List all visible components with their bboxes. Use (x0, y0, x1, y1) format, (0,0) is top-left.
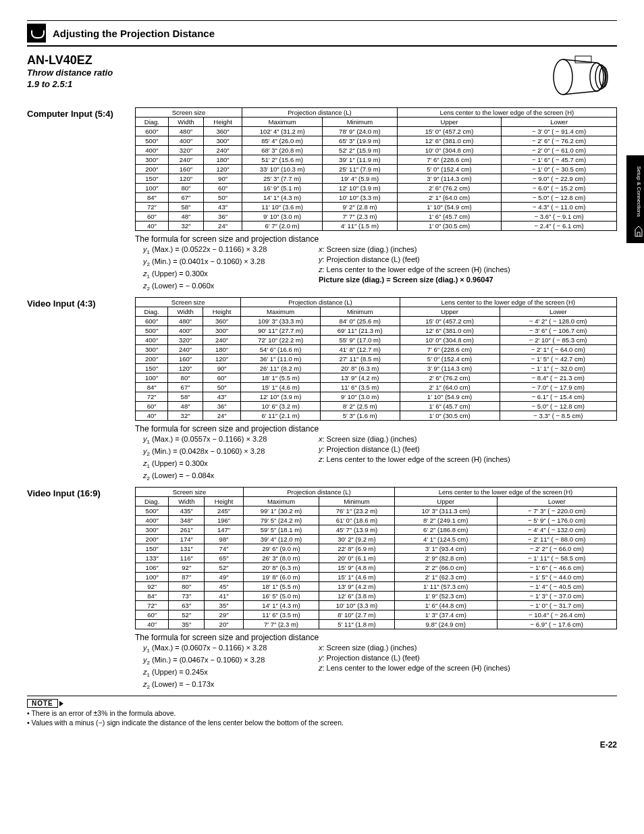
table-cell: 19′ 8″ (6.0 m) (243, 573, 319, 582)
table-cell: 200″ (136, 535, 169, 544)
table-cell: 2′ 1″ (64.0 cm) (397, 193, 501, 203)
th-height: Height (203, 307, 240, 317)
table-cell: 84′ 0″ (25.6 m) (320, 317, 400, 326)
th-proj-dist: Projection distance (L) (241, 298, 400, 307)
table-cell: 133″ (136, 554, 169, 563)
table-cell: 43″ (203, 392, 240, 402)
table-cell: − 5′ 9″ ( − 176.0 cm) (497, 516, 616, 525)
table-cell: 14′ 1″ (4.3 m) (243, 601, 319, 610)
table-cell: 87″ (169, 573, 205, 582)
formula-z1: z1 (Upper) = 0.245x (143, 667, 319, 679)
table-cell: 150″ (136, 544, 169, 554)
formula-y1: y1 (Max.) = (0.0522x − 0.1166) × 3.28 (143, 244, 319, 257)
table-row: 400″348″196″79′ 5″ (24.2 m)61′ 0″ (18.6 … (136, 516, 617, 525)
table-cell: 25′ 3″ (7.7 m) (242, 174, 323, 184)
table-cell: 8′ 2″ (2.5 m) (320, 402, 400, 411)
table-cell: 4′ 11″ (1.5 m) (323, 221, 398, 231)
table-cell: 40″ (136, 221, 169, 231)
table-row: 72″63″35″14′ 1″ (4.3 m)10′ 10″ (3.3 m)1′… (136, 601, 617, 610)
th-diag: Diag. (136, 307, 168, 317)
side-tab-icon (633, 224, 644, 238)
table-cell: 29″ (205, 610, 244, 620)
lens-illustration (543, 53, 617, 101)
table-cell: 49″ (205, 573, 244, 582)
table-cell: 18′ 1″ (5.5 m) (243, 582, 319, 592)
table-cell: 2′ 6″ (76.2 cm) (397, 184, 501, 193)
table-cell: − 6.1″ ( − 15.4 cm) (500, 392, 616, 402)
table-cell: − 4.3″ ( − 11.0 cm) (502, 203, 617, 212)
table-cell: 54′ 6″ (16.6 m) (241, 345, 321, 355)
table-cell: 20′ 8″ (6.3 m) (320, 364, 400, 373)
table-cell: 200″ (136, 165, 169, 174)
table-cell: 65″ (205, 554, 244, 563)
formula-y1: y1 (Max.) = (0.0607x − 0.1166) × 3.28 (143, 643, 319, 655)
table-cell: − 1′ 6″ ( − 45.7 cm) (502, 155, 617, 165)
table-cell: 150″ (136, 174, 169, 184)
table-cell: 58″ (168, 203, 203, 212)
table-cell: 147″ (205, 525, 244, 535)
table-cell: 90″ (203, 364, 240, 373)
table-cell: 435″ (169, 506, 205, 516)
table-cell: 12′ 6″ (3.8 m) (319, 592, 394, 601)
table-cell: 60″ (136, 212, 169, 221)
table-cell: − 4′ 4″ ( − 132.0 cm) (497, 525, 616, 535)
table-cell: 160″ (168, 355, 203, 364)
section: Video Input (4:3) Screen size Projection… (27, 297, 617, 483)
section-label: Video Input (16:9) (27, 487, 135, 498)
table-row: 84″67″50″14′ 1″ (4.3 m)10′ 10″ (3.3 m)2′… (136, 193, 617, 203)
note-arrow-icon (59, 701, 63, 706)
table-cell: 15′ 1″ (4.6 m) (319, 573, 394, 582)
table-row: 40″32″24″6′ 7″ (2.0 m)4′ 11″ (1.5 m)1′ 0… (136, 221, 617, 231)
table-cell: 240″ (204, 146, 242, 155)
th-max: Maximum (243, 497, 319, 506)
table-cell: 6′ 2″ (186.8 cm) (394, 525, 497, 535)
table-cell: − 1′ 5″ ( − 44.0 cm) (497, 573, 616, 582)
table-cell: 2′ 2″ (66.0 cm) (394, 563, 497, 573)
formula-y2: y2 (Min.) = (0.0428x − 0.1060) × 3.28 (143, 446, 319, 459)
table-cell: − 1′ 1″ ( − 32.0 cm) (500, 364, 616, 373)
formula-z2: z2 (Lower) = − 0.060x (143, 281, 319, 293)
formula-z-desc: z: Lens center to the lower edge of the … (319, 454, 617, 465)
table-cell: 60″ (136, 402, 168, 411)
table-cell: 5′ 0″ (152.4 cm) (397, 165, 501, 174)
table-row: 500″400″300″90′ 11″ (27.7 m)69′ 11″ (21.… (136, 326, 617, 336)
th-lens-center: Lens center to the lower edge of the scr… (394, 488, 616, 497)
table-cell: 400″ (136, 146, 169, 155)
table-cell: 3′ 9″ (114.3 cm) (397, 174, 501, 184)
table-cell: 8′ 2″ (249.1 cm) (394, 516, 497, 525)
table-cell: 72″ (136, 203, 169, 212)
table-row: 40″35″20″7′ 7″ (2.3 m)5′ 11″ (1.8 m)9.8″… (136, 620, 617, 629)
table-cell: 29′ 6″ (9.0 m) (243, 544, 319, 554)
table-cell: 55′ 9″ (17.0 m) (320, 336, 400, 345)
table-cell: 5′ 0″ (152.4 cm) (400, 355, 500, 364)
table-cell: 24″ (203, 411, 240, 421)
table-cell: − 1′ 0″ ( − 31.7 cm) (497, 601, 616, 610)
table-cell: 600″ (136, 127, 169, 136)
table-row: 100″80″60″18′ 1″ (5.5 m)13′ 9″ (4.2 m)2′… (136, 373, 617, 383)
th-min: Minimum (320, 307, 400, 317)
table-cell: − 6.9″ ( − 17.6 cm) (497, 620, 616, 629)
table-cell: 58″ (168, 392, 203, 402)
table-cell: 180″ (203, 345, 240, 355)
table-cell: 39′ 1″ (11.9 m) (323, 155, 398, 165)
table-cell: 20′ 0″ (6.1 m) (319, 554, 394, 563)
th-screen-size: Screen size (136, 108, 242, 118)
table-cell: 1′ 0″ (30.5 cm) (397, 221, 501, 231)
table-cell: 200″ (136, 355, 168, 364)
table-cell: 12′ 10″ (3.9 m) (241, 392, 321, 402)
table-cell: 102′ 4″ (31.2 m) (242, 127, 323, 136)
formula-title: The formula for screen size and projecti… (135, 234, 617, 244)
formula-title: The formula for screen size and projecti… (135, 423, 617, 434)
table-cell: 300″ (136, 525, 169, 535)
table-cell: 400″ (168, 326, 203, 336)
note-line-2: • Values with a minus (−) sign indicate … (27, 719, 617, 727)
table-cell: 480″ (168, 317, 203, 326)
table-cell: 261″ (169, 525, 205, 535)
note-block: NOTE • There is an error of ±3% in the f… (27, 699, 617, 727)
formula-y-desc: y: Projection distance (L) (feet) (319, 444, 617, 454)
formula-z1: z1 (Upper) = 0.300x (143, 459, 319, 471)
formula-y2: y2 (Min.) = (0.0467x − 0.1060) × 3.28 (143, 655, 319, 667)
table-cell: 12′ 6″ (381.0 cm) (397, 136, 501, 146)
th-lens-center: Lens center to the lower edge of the scr… (397, 108, 616, 118)
th-max: Maximum (242, 118, 323, 127)
